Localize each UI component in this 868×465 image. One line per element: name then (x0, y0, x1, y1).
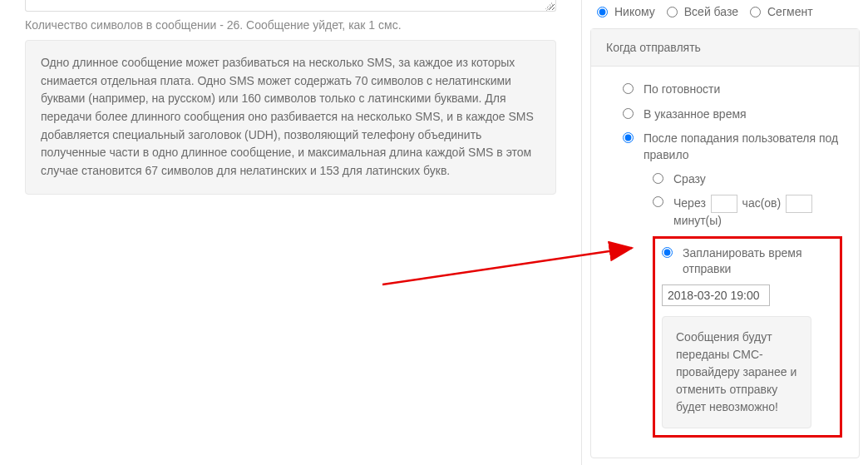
when-after-rule-radio[interactable] (623, 132, 634, 143)
sub-immediate-option[interactable]: Сразу (653, 171, 842, 188)
sms-info-box: Одно длинное сообщение может разбиваться… (25, 40, 556, 195)
when-to-send-panel: Когда отправлять По готовности В указанн… (590, 28, 860, 458)
audience-allbase-label: Всей базе (684, 5, 738, 18)
audience-allbase-option[interactable]: Всей базе (667, 5, 738, 18)
delay-hours-input[interactable] (711, 195, 737, 213)
sub-delay-radio[interactable] (653, 196, 663, 207)
when-ready-option[interactable]: По готовности (623, 82, 842, 98)
audience-segment-option[interactable]: Сегмент (750, 5, 813, 18)
audience-segment-radio[interactable] (750, 7, 761, 17)
when-after-rule-option[interactable]: После попадания пользователя под правило (623, 131, 842, 163)
when-ready-label: По готовности (644, 82, 720, 98)
sub-immediate-label: Сразу (673, 171, 706, 188)
sub-immediate-radio[interactable] (653, 173, 663, 184)
when-after-rule-label: После попадания пользователя под правило (644, 131, 842, 163)
schedule-datetime-input[interactable] (662, 284, 770, 306)
when-attime-option[interactable]: В указанное время (623, 106, 842, 123)
delay-minutes-input[interactable] (786, 195, 812, 213)
audience-segment-label: Сегмент (767, 5, 813, 18)
sub-delay-prefix: Через (673, 196, 706, 210)
when-panel-title: Когда отправлять (591, 29, 859, 67)
audience-nobody-option[interactable]: Никому (597, 5, 655, 18)
sub-delay-minutes-label: минут(ы) (673, 214, 722, 227)
audience-allbase-radio[interactable] (667, 7, 678, 17)
audience-nobody-radio[interactable] (597, 7, 608, 17)
sub-delay-hours-label: час(ов) (742, 196, 782, 210)
audience-nobody-label: Никому (614, 5, 655, 18)
sub-delay-row: Через час(ов) минут(ы) (673, 195, 842, 230)
when-ready-radio[interactable] (623, 83, 634, 94)
schedule-highlight-box: Запланировать время отправки Сообщения б… (653, 236, 842, 438)
when-attime-label: В указанное время (644, 106, 747, 123)
sub-schedule-option[interactable]: Запланировать время отправки (662, 245, 833, 278)
message-textarea[interactable] (25, 0, 556, 12)
resize-handle-icon (545, 2, 554, 11)
schedule-warning-box: Сообщения будут переданы СМС-провайдеру … (662, 316, 811, 428)
audience-row: Никому Всей базе Сегмент (597, 5, 860, 18)
sub-schedule-label: Запланировать время отправки (683, 245, 833, 278)
char-count-label: Количество символов в сообщении - 26. Со… (25, 18, 556, 32)
sub-delay-option[interactable]: Через час(ов) минут(ы) (653, 195, 842, 230)
after-rule-subopts: Сразу Через час(ов) минут(ы) (623, 171, 842, 437)
sub-schedule-radio[interactable] (662, 247, 673, 258)
when-attime-radio[interactable] (623, 108, 634, 119)
